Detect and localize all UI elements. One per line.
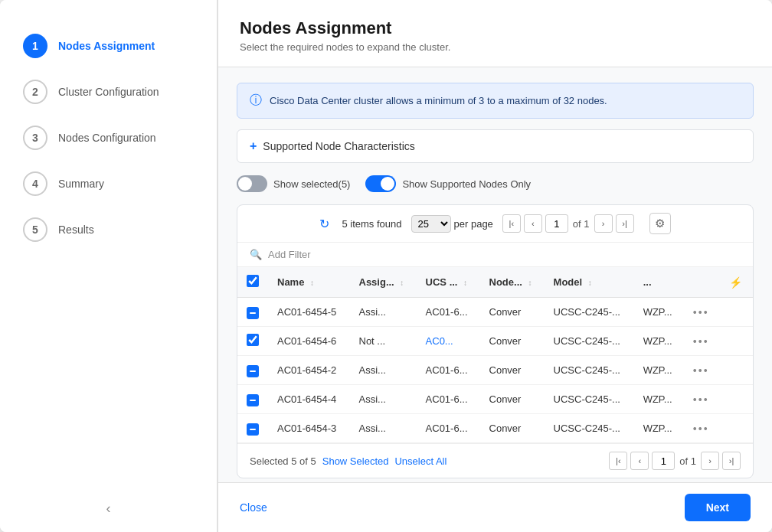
unselect-all-button[interactable]: Unselect All [394,455,447,467]
items-count: 5 items found [342,218,401,230]
sidebar-item-results[interactable]: 5Results [15,207,201,253]
row-checkbox-partial[interactable] [247,423,259,436]
step-circle: 4 [23,171,47,196]
row-checkbox-cell[interactable] [237,298,268,327]
three-dots-icon[interactable]: ••• [693,306,709,318]
three-dots-icon[interactable]: ••• [693,423,709,435]
main-header: Nodes Assignment Select the required nod… [218,0,772,67]
next-button[interactable]: Next [685,494,751,521]
col-name: Name ↕ [268,267,350,298]
per-page-dropdown[interactable]: 25 50 100 [411,215,451,233]
info-banner: ⓘ Cisco Data Center cluster allows a min… [237,83,754,119]
footer-page-input[interactable] [652,452,675,470]
sort-ucs-icon[interactable]: ↕ [463,279,467,287]
row-extra: WZP... [634,385,684,414]
row-extra: WZP... [634,414,684,443]
row-checkbox-partial[interactable] [247,307,259,319]
next-page-btn[interactable]: › [594,214,613,233]
step-label: Cluster Configuration [58,86,159,98]
page-of: of 1 [573,218,590,230]
plus-icon: + [250,139,257,153]
supported-node-section[interactable]: + Supported Node Characteristics [237,129,754,163]
row-checkbox-partial[interactable] [247,365,259,377]
show-supported-toggle[interactable] [365,175,396,192]
last-page-btn[interactable]: ›| [616,214,634,233]
selected-count-text: Selected 5 of 5 [250,455,316,467]
sort-node-icon[interactable]: ↕ [528,279,532,287]
footer-next-page-btn[interactable]: › [701,452,719,470]
row-ucs: AC01-6... [417,414,480,443]
three-dots-icon[interactable]: ••• [693,393,709,406]
table-row: AC01-6454-3Assi...AC01-6...ConverUCSC-C2… [237,414,753,443]
footer-page-of: of 1 [679,455,696,467]
show-selected-button[interactable]: Show Selected [322,455,389,467]
row-extra: WZP... [634,327,684,356]
row-actions[interactable]: ••• [684,385,720,414]
col-node: Node... ↕ [480,267,545,298]
table-row: AC01-6454-4Assi...AC01-6...ConverUCSC-C2… [237,385,753,414]
row-checkbox-cell[interactable] [237,385,268,414]
page-subtitle: Select the required nodes to expand the … [240,41,751,53]
row-ucs[interactable]: AC0... [417,327,480,356]
row-actions[interactable]: ••• [684,356,720,385]
filter-search-icon: 🔍 [250,249,262,260]
select-all-checkbox[interactable] [247,275,259,287]
sidebar-item-summary[interactable]: 4Summary [15,161,201,207]
lightning-header-icon: ⚡ [729,276,742,289]
show-supported-toggle-group: Show Supported Nodes Only [365,175,531,192]
sidebar-item-nodes-assignment[interactable]: 1Nodes Assignment [15,23,201,69]
sidebar-collapse-btn[interactable]: ‹ [106,501,111,517]
row-node: Conver [480,327,545,356]
row-actions[interactable]: ••• [684,414,720,443]
sidebar-item-nodes-configuration[interactable]: 3Nodes Configuration [15,115,201,161]
toggles-row: Show selected(5) Show Supported Nodes On… [237,175,754,192]
footer-pagination: |‹ ‹ of 1 › ›| [609,452,741,470]
select-all-header[interactable] [237,267,268,298]
first-page-btn[interactable]: |‹ [502,214,521,233]
row-checkbox[interactable] [247,334,259,346]
prev-page-btn[interactable]: ‹ [524,214,542,233]
row-model: UCSC-C245-... [545,414,634,443]
row-checkbox-partial[interactable] [247,394,259,406]
footer-first-page-btn[interactable]: |‹ [609,452,627,470]
filter-row[interactable]: 🔍 Add Filter [237,243,753,267]
row-checkbox-cell[interactable] [237,414,268,443]
table-footer: Selected 5 of 5 Show Selected Unselect A… [237,443,753,478]
row-checkbox-cell[interactable] [237,356,268,385]
close-button[interactable]: Close [240,501,267,514]
row-actions[interactable]: ••• [684,298,720,327]
nodes-table: Name ↕ Assig... ↕ UCS ... ↕ Node... ↕ Mo… [237,267,753,443]
step-label: Nodes Assignment [58,40,155,52]
footer-left: Selected 5 of 5 Show Selected Unselect A… [250,455,447,467]
three-dots-icon[interactable]: ••• [693,364,709,377]
info-banner-text: Cisco Data Center cluster allows a minim… [270,95,607,106]
sort-assign-icon[interactable]: ↕ [400,279,404,287]
ucs-link[interactable]: AC0... [426,335,453,347]
step-label: Summary [58,178,104,190]
row-ucs: AC01-6... [417,385,480,414]
footer-prev-page-btn[interactable]: ‹ [630,452,649,470]
step-label: Results [58,224,94,236]
footer-bar: Close Next [218,482,772,532]
show-selected-toggle[interactable] [237,175,267,192]
step-label: Nodes Configuration [58,132,156,144]
row-name: AC01-6454-6 [268,327,350,356]
page-input[interactable] [545,214,568,233]
sort-name-icon[interactable]: ↕ [310,279,314,287]
three-dots-icon[interactable]: ••• [693,335,709,348]
sidebar-item-cluster-configuration[interactable]: 2Cluster Configuration [15,69,201,115]
row-checkbox-cell[interactable] [237,327,268,356]
refresh-button[interactable]: ↻ [319,217,329,231]
table-row: AC01-6454-5Assi...AC01-6...ConverUCSC-C2… [237,298,753,327]
row-assign: Assi... [350,298,417,327]
settings-button[interactable]: ⚙ [649,213,671,234]
row-name: AC01-6454-5 [268,298,350,327]
row-model: UCSC-C245-... [545,356,634,385]
row-name: AC01-6454-2 [268,356,350,385]
row-actions[interactable]: ••• [684,327,720,356]
footer-last-page-btn[interactable]: ›| [722,452,741,470]
row-node: Conver [480,414,545,443]
per-page-select[interactable]: 25 50 100 per page [411,215,493,233]
per-page-label: per page [454,218,493,230]
sort-model-icon[interactable]: ↕ [588,279,592,287]
